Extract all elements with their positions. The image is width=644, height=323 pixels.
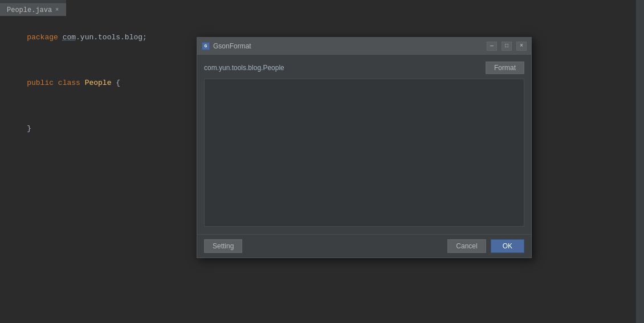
keyword-public: public: [27, 79, 58, 87]
tab-bar: People.java ×: [0, 0, 66, 16]
dialog-title: GsonFormat: [213, 42, 482, 50]
code-line-5: }: [0, 112, 194, 146]
open-brace: {: [116, 79, 120, 87]
right-gutter: [636, 0, 644, 323]
gson-format-dialog: G GsonFormat — □ × com.yun.tools.blog.Pe…: [197, 37, 532, 258]
code-line-1: package com.yun.tools.blog;: [0, 21, 194, 55]
maximize-button[interactable]: □: [502, 42, 512, 51]
dialog-titlebar: G GsonFormat — □ ×: [197, 38, 531, 55]
dialog-icon: G: [202, 42, 210, 50]
classname-row: com.yun.tools.blog.People Format: [204, 62, 524, 74]
code-line-4: [0, 100, 194, 112]
package-rest: .yun.tools.blog;: [76, 33, 147, 42]
dialog-footer: Setting Cancel OK: [197, 234, 531, 257]
tab-people-java[interactable]: People.java ×: [0, 3, 66, 16]
ok-button[interactable]: OK: [491, 239, 524, 253]
cancel-button[interactable]: Cancel: [447, 239, 486, 253]
code-line-3: public class People {: [0, 66, 194, 100]
dialog-body: com.yun.tools.blog.People Format: [197, 55, 531, 234]
tab-close-button[interactable]: ×: [55, 7, 59, 13]
dialog-icon-letter: G: [205, 43, 207, 48]
classname-display: com.yun.tools.blog.People: [204, 64, 481, 72]
footer-right-buttons: Cancel OK: [447, 239, 524, 253]
format-button[interactable]: Format: [486, 62, 524, 74]
minimize-icon: —: [490, 43, 494, 49]
json-input[interactable]: [204, 79, 524, 227]
setting-button[interactable]: Setting: [204, 239, 242, 253]
close-button[interactable]: ×: [516, 42, 527, 51]
keyword-class: class: [58, 79, 85, 87]
class-name: People: [85, 79, 116, 87]
code-line-2: [0, 55, 194, 66]
minimize-button[interactable]: —: [487, 42, 497, 51]
package-name: com: [63, 33, 76, 42]
tab-label: People.java: [7, 6, 52, 14]
maximize-icon: □: [505, 43, 508, 49]
close-icon: ×: [520, 43, 523, 49]
keyword-package: package: [27, 33, 62, 42]
close-brace: }: [27, 124, 31, 133]
code-editor: package com.yun.tools.blog; public class…: [0, 16, 194, 323]
